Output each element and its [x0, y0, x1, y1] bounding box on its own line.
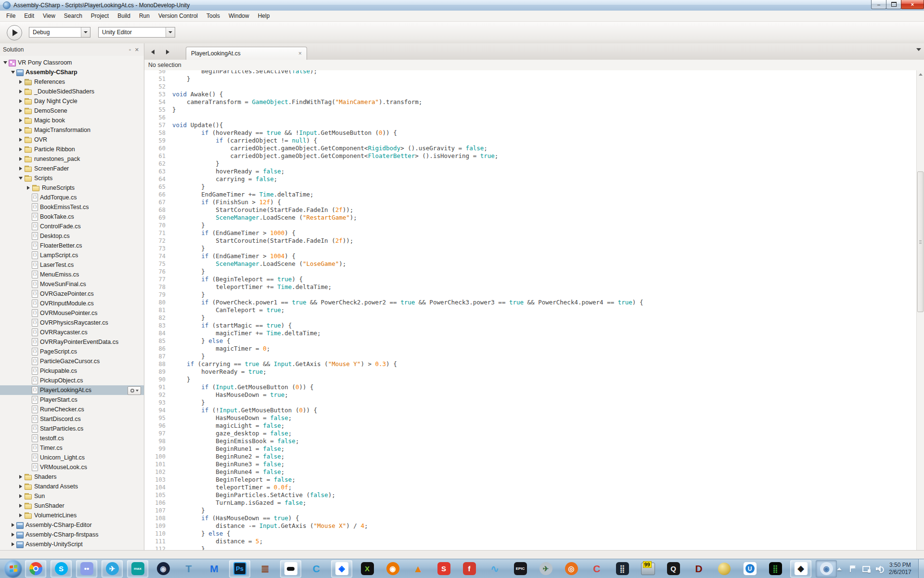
tray-clock[interactable]: 3:50 PM 2/6/2017: [889, 562, 911, 576]
tree-item-startdiscord-cs[interactable]: {}StartDiscord.cs: [0, 414, 144, 424]
menu-build[interactable]: Build: [113, 11, 135, 21]
taskbar-audacity-icon[interactable]: ⣿: [612, 560, 633, 578]
code-line-74[interactable]: 74 if (EndGameTimer > 1004) {: [144, 252, 916, 260]
code-line-58[interactable]: 58 if (hoverReady == true && !Input.GetM…: [144, 129, 916, 137]
tree-item-assembly-unityscript[interactable]: Assembly-UnityScript: [0, 539, 144, 549]
taskbar-vlc-icon[interactable]: ▲: [408, 560, 429, 578]
code-line-77[interactable]: 77 if (BeginTeleport == true) {: [144, 276, 916, 283]
code-line-95[interactable]: 95 HasMouseDown = false;: [144, 414, 916, 422]
code-line-90[interactable]: 90 }: [144, 376, 916, 383]
tree-item-assembly-csharp[interactable]: Assembly-CSharp: [0, 67, 144, 77]
tree-item-pickupobject-cs[interactable]: {}PickupObject.cs: [0, 376, 144, 385]
taskbar-imgburn-icon[interactable]: ◎: [561, 560, 582, 578]
code-line-94[interactable]: 94 if (!Input.GetMouseButton (0)) {: [144, 407, 916, 414]
code-line-98[interactable]: 98 BeginEmissBook = false;: [144, 437, 916, 445]
taskbar-monodevelop-icon[interactable]: ◉: [816, 560, 837, 578]
code-line-69[interactable]: 69 SceneManager.LoadScene ("RestartGame"…: [144, 214, 916, 222]
expander-closed-icon[interactable]: [17, 138, 24, 142]
expander-closed-icon[interactable]: [17, 80, 24, 84]
volume-icon[interactable]: [875, 565, 884, 573]
taskbar-blender-icon[interactable]: ◉: [382, 560, 403, 578]
code-line-57[interactable]: 57void Update(){: [144, 121, 916, 129]
tree-item-scripts[interactable]: Scripts: [0, 173, 144, 183]
code-line-73[interactable]: 73 }: [144, 245, 916, 252]
code-line-56[interactable]: 56: [144, 114, 916, 121]
code-line-70[interactable]: 70 }: [144, 222, 916, 229]
menu-version-control[interactable]: Version Control: [154, 11, 202, 21]
code-line-111[interactable]: 111 distance = 5;: [144, 538, 916, 545]
expander-closed-icon[interactable]: [10, 523, 16, 527]
code-line-52[interactable]: 52: [144, 83, 916, 91]
start-button[interactable]: [4, 560, 22, 578]
show-desktop-button[interactable]: [918, 559, 924, 578]
taskbar-fraps-icon[interactable]: 99: [637, 560, 658, 578]
tree-item-particlegazecursor-cs[interactable]: {}ParticleGazeCursor.cs: [0, 356, 144, 366]
code-line-59[interactable]: 59 if (carriedObject != null) {: [144, 137, 916, 144]
expander-closed-icon[interactable]: [17, 157, 24, 161]
code-line-112[interactable]: 112 }: [144, 545, 916, 550]
tree-item-references[interactable]: References: [0, 77, 144, 87]
taskbar-gold-ball-app-icon[interactable]: [714, 560, 735, 578]
taskbar-oculus-icon[interactable]: [280, 560, 301, 578]
code-line-71[interactable]: 71 if (EndGameTimer > 1000) {: [144, 229, 916, 237]
code-line-66[interactable]: 66 EndGameTimer += Time.deltaTime;: [144, 191, 916, 198]
code-line-50[interactable]: 50 BeginParticles.SetActive(false);: [144, 70, 916, 75]
tab-overflow-icon[interactable]: [916, 48, 921, 51]
tree-item-runestones-pack[interactable]: runestones_pack: [0, 154, 144, 164]
expander-closed-icon[interactable]: [17, 485, 24, 488]
code-line-85[interactable]: 85 } else {: [144, 337, 916, 345]
network-icon[interactable]: [862, 565, 871, 573]
tree-item-ovrraycaster-cs[interactable]: {}OVRRaycaster.cs: [0, 328, 144, 337]
menu-tools[interactable]: Tools: [202, 11, 224, 21]
expander-closed-icon[interactable]: [17, 109, 24, 113]
taskbar-telegram-icon[interactable]: ✈: [102, 560, 123, 578]
tree-item-booktake-cs[interactable]: {}BookTake.cs: [0, 212, 144, 222]
expander-closed-icon[interactable]: [17, 475, 24, 479]
code-line-80[interactable]: 80 if (PowerCheck.power1 == true && Powe…: [144, 299, 916, 306]
menu-file[interactable]: File: [2, 11, 20, 21]
code-line-65[interactable]: 65 }: [144, 183, 916, 191]
tree-item-shaders[interactable]: Shaders: [0, 472, 144, 482]
code-line-81[interactable]: 81 CanTeleport = true;: [144, 306, 916, 314]
taskbar-matrix-app-icon[interactable]: ⣿: [765, 560, 786, 578]
tree-item-pickupable-cs[interactable]: {}Pickupable.cs: [0, 366, 144, 376]
tree-item-lasertest-cs[interactable]: {}LaserTest.cs: [0, 260, 144, 270]
expander-closed-icon[interactable]: [10, 533, 16, 537]
code-editor[interactable]: 50 BeginParticles.SetActive(false);51 }5…: [144, 70, 916, 550]
menu-run[interactable]: Run: [135, 11, 154, 21]
tree-item-menuemiss-cs[interactable]: {}MenuEmiss.cs: [0, 270, 144, 279]
tree-item-demoscene[interactable]: DemoScene: [0, 106, 144, 116]
menu-window[interactable]: Window: [224, 11, 254, 21]
tree-item-magic-book[interactable]: Magic book: [0, 116, 144, 125]
code-line-72[interactable]: 72 StartCoroutine(StartFade.FadeIn (2f))…: [144, 237, 916, 245]
action-center-flag-icon[interactable]: [848, 565, 857, 573]
taskbar-unity-icon[interactable]: ◆: [790, 560, 811, 578]
code-line-67[interactable]: 67 if (FinishSun > 12f) {: [144, 198, 916, 206]
tab-playerlookingat[interactable]: PlayerLookingAt.cs ×: [186, 47, 307, 60]
code-line-78[interactable]: 78 teleportTimer += Time.deltaTime;: [144, 283, 916, 291]
expander-open-icon[interactable]: [2, 61, 9, 64]
code-line-62[interactable]: 62 }: [144, 160, 916, 168]
code-line-88[interactable]: 88 if (carrying == true && Input.GetAxis…: [144, 360, 916, 368]
code-line-106[interactable]: 106 TurnLamp.isGazed = false;: [144, 499, 916, 507]
code-line-89[interactable]: 89 hoverReady = true;: [144, 368, 916, 376]
tree-item-ovrmousepointer-cs[interactable]: {}OVRMousePointer.cs: [0, 308, 144, 318]
code-line-97[interactable]: 97 gaze_desktop = false;: [144, 430, 916, 437]
tray-expand-icon[interactable]: [837, 567, 842, 570]
configuration-dropdown[interactable]: Debug: [29, 27, 90, 38]
tree-item-ovrgazepointer-cs[interactable]: {}OVRGazePointer.cs: [0, 289, 144, 299]
taskbar-sketchup-icon[interactable]: S: [433, 560, 454, 578]
run-target-dropdown[interactable]: Unity Editor: [98, 27, 175, 38]
code-line-53[interactable]: 53void Awake() {: [144, 91, 916, 98]
code-line-96[interactable]: 96 magicLight = false;: [144, 422, 916, 430]
expander-closed-icon[interactable]: [17, 90, 24, 93]
code-line-99[interactable]: 99 BeginRune1 = false;: [144, 445, 916, 453]
tree-item-testoff-cs[interactable]: {}testoff.cs: [0, 434, 144, 443]
taskbar-red-f-app-icon[interactable]: f: [459, 560, 480, 578]
tree-item-doublesidedshaders[interactable]: _DoubleSidedShaders: [0, 87, 144, 96]
expander-closed-icon[interactable]: [25, 186, 32, 190]
tree-item-screenfader[interactable]: ScreenFader: [0, 164, 144, 173]
tree-item-unicorn-light-cs[interactable]: {}Unicorn_Light.cs: [0, 453, 144, 462]
code-line-109[interactable]: 109 distance -= Input.GetAxis ("Mouse X"…: [144, 522, 916, 530]
close-button[interactable]: ×: [901, 0, 924, 9]
